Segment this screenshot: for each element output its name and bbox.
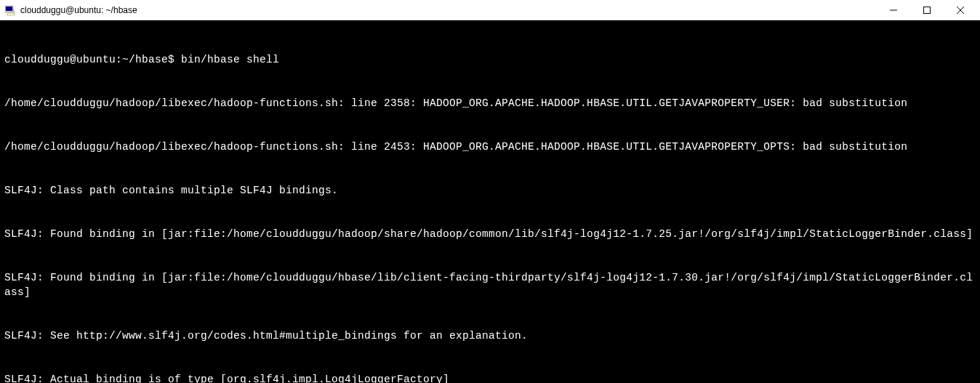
terminal-line: /home/cloudduggu/hadoop/libexec/hadoop-f… — [4, 96, 976, 110]
terminal-line: SLF4J: Found binding in [jar:file:/home/… — [4, 227, 976, 241]
close-button[interactable] — [944, 0, 977, 20]
maximize-button[interactable] — [910, 0, 944, 20]
terminal-line: /home/cloudduggu/hadoop/libexec/hadoop-f… — [4, 140, 976, 154]
minimize-button[interactable] — [877, 0, 910, 20]
terminal-line: cloudduggu@ubuntu:~/hbase$ bin/hbase she… — [4, 52, 976, 67]
terminal-line: SLF4J: Found binding in [jar:file:/home/… — [4, 270, 976, 299]
svg-rect-1 — [6, 7, 12, 11]
window-title: cloudduggu@ubuntu: ~/hbase — [20, 5, 137, 15]
svg-rect-2 — [7, 13, 15, 15]
terminal-line: SLF4J: Actual binding is of type [org.sl… — [4, 372, 976, 383]
window-titlebar: cloudduggu@ubuntu: ~/hbase — [0, 0, 980, 20]
titlebar-left: cloudduggu@ubuntu: ~/hbase — [4, 4, 137, 16]
svg-rect-5 — [924, 7, 931, 13]
window-controls — [877, 0, 977, 20]
svg-line-3 — [13, 9, 15, 13]
putty-icon — [4, 4, 16, 16]
terminal-area[interactable]: cloudduggu@ubuntu:~/hbase$ bin/hbase she… — [0, 20, 980, 383]
terminal-line: SLF4J: Class path contains multiple SLF4… — [4, 183, 976, 198]
terminal-line: SLF4J: See http://www.slf4j.org/codes.ht… — [4, 328, 976, 343]
